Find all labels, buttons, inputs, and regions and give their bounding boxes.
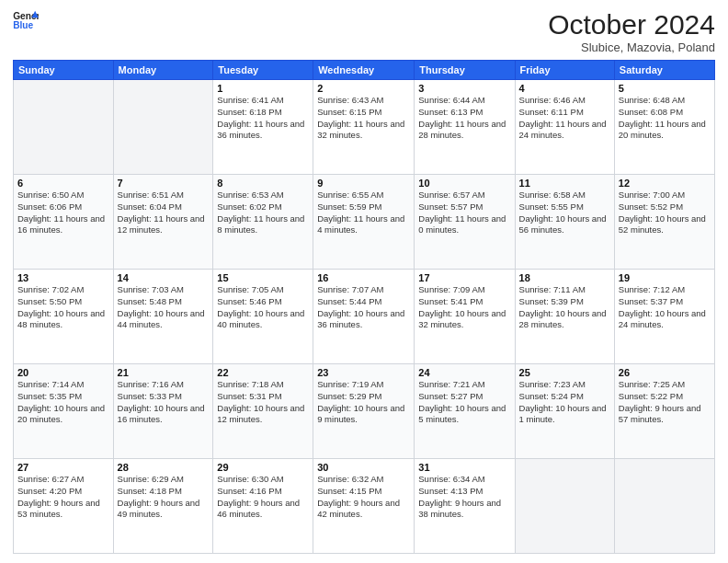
day-number: 5 xyxy=(619,83,711,94)
day-info: Sunrise: 7:09 AM Sunset: 5:41 PM Dayligh… xyxy=(418,284,510,331)
day-number: 29 xyxy=(217,462,309,473)
col-header-thursday: Thursday xyxy=(415,61,515,80)
day-number: 18 xyxy=(519,272,610,283)
day-number: 16 xyxy=(317,272,410,283)
day-number: 3 xyxy=(418,83,510,94)
month-title: October 2024 xyxy=(548,9,715,40)
day-info: Sunrise: 6:32 AM Sunset: 4:15 PM Dayligh… xyxy=(317,474,410,521)
day-cell: 25 Sunrise: 7:23 AM Sunset: 5:24 PM Dayl… xyxy=(515,364,614,459)
day-info: Sunrise: 7:05 AM Sunset: 5:46 PM Dayligh… xyxy=(217,284,309,331)
day-info: Sunrise: 7:16 AM Sunset: 5:33 PM Dayligh… xyxy=(118,379,210,426)
page-header: General Blue October 2024 Slubice, Mazov… xyxy=(13,9,715,54)
day-cell: 11 Sunrise: 6:58 AM Sunset: 5:55 PM Dayl… xyxy=(515,175,614,270)
day-cell: 1 Sunrise: 6:41 AM Sunset: 6:18 PM Dayli… xyxy=(213,80,313,175)
day-number: 22 xyxy=(217,367,309,378)
day-info: Sunrise: 7:18 AM Sunset: 5:31 PM Dayligh… xyxy=(217,379,309,426)
week-row-5: 27 Sunrise: 6:27 AM Sunset: 4:20 PM Dayl… xyxy=(14,459,715,554)
day-cell: 16 Sunrise: 7:07 AM Sunset: 5:44 PM Dayl… xyxy=(313,270,415,364)
day-info: Sunrise: 6:30 AM Sunset: 4:16 PM Dayligh… xyxy=(217,474,309,521)
day-cell: 18 Sunrise: 7:11 AM Sunset: 5:39 PM Dayl… xyxy=(515,270,614,364)
day-cell: 20 Sunrise: 7:14 AM Sunset: 5:35 PM Dayl… xyxy=(14,364,114,459)
day-number: 17 xyxy=(418,272,510,283)
day-info: Sunrise: 6:43 AM Sunset: 6:15 PM Dayligh… xyxy=(317,95,410,142)
day-info: Sunrise: 6:50 AM Sunset: 6:06 PM Dayligh… xyxy=(17,190,109,236)
day-number: 25 xyxy=(519,367,610,378)
day-cell: 14 Sunrise: 7:03 AM Sunset: 5:48 PM Dayl… xyxy=(113,270,213,364)
day-number: 28 xyxy=(118,462,210,473)
day-cell: 22 Sunrise: 7:18 AM Sunset: 5:31 PM Dayl… xyxy=(213,364,313,459)
day-number: 27 xyxy=(17,462,109,473)
week-row-1: 1 Sunrise: 6:41 AM Sunset: 6:18 PM Dayli… xyxy=(14,80,715,175)
day-cell xyxy=(14,80,114,175)
day-cell: 30 Sunrise: 6:32 AM Sunset: 4:15 PM Dayl… xyxy=(313,459,415,554)
logo: General Blue xyxy=(13,9,39,31)
day-info: Sunrise: 6:29 AM Sunset: 4:18 PM Dayligh… xyxy=(118,474,210,521)
day-info: Sunrise: 7:07 AM Sunset: 5:44 PM Dayligh… xyxy=(317,284,410,331)
day-number: 1 xyxy=(217,83,309,94)
logo-icon: General Blue xyxy=(13,9,39,31)
day-info: Sunrise: 7:25 AM Sunset: 5:22 PM Dayligh… xyxy=(619,379,711,426)
day-info: Sunrise: 6:44 AM Sunset: 6:13 PM Dayligh… xyxy=(418,95,510,142)
day-cell: 10 Sunrise: 6:57 AM Sunset: 5:57 PM Dayl… xyxy=(415,175,515,270)
day-number: 6 xyxy=(17,178,109,189)
day-number: 9 xyxy=(317,178,410,189)
day-cell: 13 Sunrise: 7:02 AM Sunset: 5:50 PM Dayl… xyxy=(14,270,114,364)
day-number: 24 xyxy=(418,367,510,378)
day-cell xyxy=(515,459,614,554)
day-cell: 8 Sunrise: 6:53 AM Sunset: 6:02 PM Dayli… xyxy=(213,175,313,270)
day-cell: 5 Sunrise: 6:48 AM Sunset: 6:08 PM Dayli… xyxy=(614,80,714,175)
day-info: Sunrise: 6:51 AM Sunset: 6:04 PM Dayligh… xyxy=(118,190,210,236)
day-cell: 28 Sunrise: 6:29 AM Sunset: 4:18 PM Dayl… xyxy=(113,459,213,554)
day-cell: 26 Sunrise: 7:25 AM Sunset: 5:22 PM Dayl… xyxy=(614,364,714,459)
day-info: Sunrise: 6:53 AM Sunset: 6:02 PM Dayligh… xyxy=(217,190,309,236)
day-cell: 31 Sunrise: 6:34 AM Sunset: 4:13 PM Dayl… xyxy=(415,459,515,554)
day-number: 12 xyxy=(619,178,711,189)
day-cell: 29 Sunrise: 6:30 AM Sunset: 4:16 PM Dayl… xyxy=(213,459,313,554)
day-number: 23 xyxy=(317,367,410,378)
day-cell: 15 Sunrise: 7:05 AM Sunset: 5:46 PM Dayl… xyxy=(213,270,313,364)
day-info: Sunrise: 6:34 AM Sunset: 4:13 PM Dayligh… xyxy=(418,474,510,521)
day-cell xyxy=(614,459,714,554)
day-number: 31 xyxy=(418,462,510,473)
day-info: Sunrise: 6:41 AM Sunset: 6:18 PM Dayligh… xyxy=(217,95,309,142)
day-info: Sunrise: 7:11 AM Sunset: 5:39 PM Dayligh… xyxy=(519,284,610,331)
day-number: 8 xyxy=(217,178,309,189)
day-info: Sunrise: 7:21 AM Sunset: 5:27 PM Dayligh… xyxy=(418,379,510,426)
day-cell: 27 Sunrise: 6:27 AM Sunset: 4:20 PM Dayl… xyxy=(14,459,114,554)
day-info: Sunrise: 7:12 AM Sunset: 5:37 PM Dayligh… xyxy=(619,284,711,331)
week-row-4: 20 Sunrise: 7:14 AM Sunset: 5:35 PM Dayl… xyxy=(14,364,715,459)
week-row-2: 6 Sunrise: 6:50 AM Sunset: 6:06 PM Dayli… xyxy=(14,175,715,270)
day-info: Sunrise: 6:58 AM Sunset: 5:55 PM Dayligh… xyxy=(519,190,610,236)
day-info: Sunrise: 7:19 AM Sunset: 5:29 PM Dayligh… xyxy=(317,379,410,426)
col-header-wednesday: Wednesday xyxy=(313,61,415,80)
day-info: Sunrise: 7:23 AM Sunset: 5:24 PM Dayligh… xyxy=(519,379,610,426)
col-header-friday: Friday xyxy=(515,61,614,80)
calendar-table: SundayMondayTuesdayWednesdayThursdayFrid… xyxy=(13,60,715,554)
day-info: Sunrise: 6:55 AM Sunset: 5:59 PM Dayligh… xyxy=(317,190,410,236)
day-number: 15 xyxy=(217,272,309,283)
day-number: 11 xyxy=(519,178,610,189)
day-number: 7 xyxy=(118,178,210,189)
day-number: 30 xyxy=(317,462,410,473)
day-number: 26 xyxy=(619,367,711,378)
day-cell: 19 Sunrise: 7:12 AM Sunset: 5:37 PM Dayl… xyxy=(614,270,714,364)
day-info: Sunrise: 6:27 AM Sunset: 4:20 PM Dayligh… xyxy=(17,474,109,521)
col-header-tuesday: Tuesday xyxy=(213,61,313,80)
day-cell: 2 Sunrise: 6:43 AM Sunset: 6:15 PM Dayli… xyxy=(313,80,415,175)
day-info: Sunrise: 6:57 AM Sunset: 5:57 PM Dayligh… xyxy=(418,190,510,236)
day-number: 13 xyxy=(17,272,109,283)
calendar-header-row: SundayMondayTuesdayWednesdayThursdayFrid… xyxy=(14,61,715,80)
day-number: 20 xyxy=(17,367,109,378)
day-info: Sunrise: 7:00 AM Sunset: 5:52 PM Dayligh… xyxy=(619,190,711,236)
day-cell: 12 Sunrise: 7:00 AM Sunset: 5:52 PM Dayl… xyxy=(614,175,714,270)
day-cell: 17 Sunrise: 7:09 AM Sunset: 5:41 PM Dayl… xyxy=(415,270,515,364)
day-number: 2 xyxy=(317,83,410,94)
day-info: Sunrise: 7:03 AM Sunset: 5:48 PM Dayligh… xyxy=(118,284,210,331)
week-row-3: 13 Sunrise: 7:02 AM Sunset: 5:50 PM Dayl… xyxy=(14,270,715,364)
day-cell: 4 Sunrise: 6:46 AM Sunset: 6:11 PM Dayli… xyxy=(515,80,614,175)
day-info: Sunrise: 7:02 AM Sunset: 5:50 PM Dayligh… xyxy=(17,284,109,331)
svg-text:Blue: Blue xyxy=(13,20,33,30)
col-header-monday: Monday xyxy=(113,61,213,80)
day-cell: 7 Sunrise: 6:51 AM Sunset: 6:04 PM Dayli… xyxy=(113,175,213,270)
day-cell: 23 Sunrise: 7:19 AM Sunset: 5:29 PM Dayl… xyxy=(313,364,415,459)
